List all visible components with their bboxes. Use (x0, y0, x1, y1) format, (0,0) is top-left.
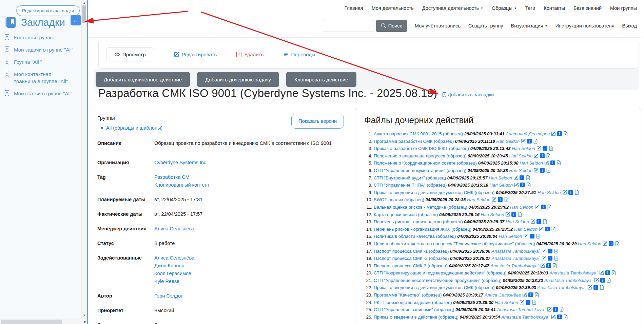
edit-icon[interactable] (521, 139, 526, 144)
file-author-link[interactable]: Hari Seldon (467, 197, 490, 202)
download-icon[interactable] (546, 153, 551, 158)
scroll-down-icon[interactable]: ▼ (82, 313, 87, 318)
file-link[interactable]: Положение о владельце процесса (образец) (374, 153, 466, 158)
edit-icon[interactable] (551, 131, 556, 136)
file-link[interactable]: СТП "Управление документацией" (образец) (374, 168, 466, 173)
file-link[interactable]: Приказ о разработке СМК ISO 9001 (образе… (374, 146, 469, 151)
file-link[interactable]: Программа "Качество" (образец) (374, 292, 442, 298)
file-author-link[interactable]: Anastasia Tambolskaya` (492, 256, 540, 261)
file-author-link[interactable]: Hari Seldon (496, 139, 520, 144)
file-link[interactable]: Программа разработки СМК (образец) (374, 139, 454, 144)
edit-icon[interactable] (540, 263, 545, 268)
download-icon[interactable] (554, 256, 559, 261)
file-link[interactable]: СТП "Управление записями" (образец) (374, 307, 454, 312)
edit-icon[interactable] (599, 270, 604, 275)
nav-link[interactable]: Инструкции пользователя (555, 23, 614, 28)
edit-icon[interactable] (547, 307, 552, 312)
edit-bookmarks-button[interactable]: Редактировать закладки (16, 5, 80, 16)
edit-icon[interactable] (587, 285, 592, 290)
info-icon[interactable] (536, 219, 541, 224)
file-link[interactable]: Перечень рисков - производство (образец) (374, 219, 463, 224)
edit-icon[interactable] (594, 278, 599, 283)
file-link[interactable]: Политика в области качества (образец) (374, 234, 456, 239)
info-icon[interactable] (593, 285, 598, 290)
scroll-right-icon[interactable]: ▶ (84, 319, 86, 324)
download-icon[interactable] (549, 146, 553, 151)
download-icon[interactable] (557, 160, 561, 165)
info-icon[interactable] (530, 234, 534, 239)
download-icon[interactable] (563, 131, 568, 136)
file-author-link[interactable]: Алиса Селезнёва (485, 292, 521, 298)
info-icon[interactable] (528, 292, 533, 297)
info-icon[interactable] (546, 263, 551, 268)
file-author-link[interactable]: Hari Seldon (489, 175, 512, 180)
field-value-link[interactable]: Коля Герасимов (154, 270, 194, 278)
bookmark-item[interactable]: Моя контактная транница в группе "All" (4, 71, 74, 85)
nav-link[interactable]: Образцы▼ (492, 5, 517, 11)
download-icon[interactable] (526, 175, 530, 180)
file-link[interactable]: Паспорт процесса СМК-3 (образец) (374, 263, 448, 268)
file-author-link[interactable]: Anastasia Tambolskaya` (549, 270, 598, 275)
scroll-up-icon[interactable]: ▲ (82, 1, 87, 5)
info-icon[interactable] (545, 227, 550, 231)
info-icon[interactable] (550, 160, 555, 165)
info-icon[interactable] (511, 212, 516, 217)
sidebar-collapse-button[interactable]: ← (71, 15, 81, 25)
edit-icon[interactable] (603, 241, 607, 246)
info-icon[interactable] (609, 241, 613, 246)
action-button[interactable]: Добавить подчинённое действие (96, 72, 190, 87)
tab-переводы[interactable]: Переводы (283, 52, 315, 57)
file-link[interactable]: СТП "Управление несоответствующей продук… (374, 278, 502, 283)
nav-link[interactable]: Моя деятельность (372, 5, 414, 11)
download-icon[interactable] (543, 219, 547, 224)
search-input[interactable] (323, 20, 374, 32)
nav-link[interactable]: Теги (525, 5, 535, 11)
field-value-link[interactable]: Клонированный контент (154, 181, 210, 189)
file-author-link[interactable]: Hari Seldon (510, 205, 533, 210)
edit-icon[interactable] (562, 190, 567, 195)
download-icon[interactable] (504, 197, 509, 202)
info-icon[interactable] (543, 146, 547, 151)
edit-icon[interactable] (522, 292, 527, 297)
scrollbar-thumb[interactable] (82, 5, 86, 23)
file-link[interactable]: Анкета опросник СМК 9001-2015.(образец) (374, 131, 463, 136)
field-value-link[interactable]: Kyle Reese (154, 278, 194, 285)
sidebar-vertical-scrollbar[interactable]: ▲ ▼ (81, 0, 87, 319)
tab-просмотр[interactable]: Просмотр (106, 47, 154, 61)
edit-icon[interactable] (542, 256, 546, 261)
info-icon[interactable] (605, 270, 610, 275)
file-author-link[interactable]: Hari Seldon (489, 183, 513, 188)
edit-icon[interactable] (513, 175, 518, 180)
file-link[interactable]: Перечень рисков - организация ЖКХ (образ… (374, 227, 471, 232)
edit-icon[interactable] (524, 234, 528, 239)
bookmark-item[interactable]: Мои статьи в группе "All" (4, 90, 74, 97)
info-icon[interactable] (526, 300, 530, 305)
action-button[interactable]: Клонировать действие (286, 72, 356, 87)
file-author-link[interactable]: Anastasia Tambolskaya` (492, 249, 540, 254)
info-icon[interactable] (557, 131, 562, 136)
scrollbar-thumb[interactable] (1, 320, 62, 324)
search-button[interactable]: Поиск (376, 20, 407, 32)
info-icon[interactable] (520, 183, 525, 187)
field-value-link[interactable]: Алиса Селезнёва (154, 225, 194, 233)
download-icon[interactable] (551, 227, 556, 231)
file-author-link[interactable]: Hari Seldon (578, 241, 601, 246)
field-value-link[interactable]: Алиса Селезнёва (154, 254, 194, 262)
info-icon[interactable] (527, 139, 532, 144)
download-icon[interactable] (611, 270, 616, 275)
file-author-link[interactable]: Hari Seldon (509, 168, 532, 173)
download-icon[interactable] (534, 292, 539, 297)
nav-link[interactable]: Доступная деятельность▼ (422, 5, 483, 11)
nav-link[interactable]: Мои группы (610, 5, 637, 11)
show-versions-button[interactable]: Показать версии (291, 114, 344, 129)
file-author-link[interactable]: Hari Seldon (512, 146, 535, 151)
file-link[interactable]: СТП "Управление ТНПА" (образец) (374, 183, 447, 188)
nav-link[interactable]: База знаний (573, 5, 602, 11)
download-icon[interactable] (526, 183, 531, 187)
bookmark-item[interactable]: Группа "All " (4, 58, 74, 65)
edit-icon[interactable] (542, 249, 546, 253)
file-author-link[interactable]: Anastasia Tambolskaya` (490, 263, 539, 268)
download-icon[interactable] (532, 300, 536, 305)
file-author-link[interactable]: Hari Seldon (506, 219, 529, 224)
file-link[interactable]: SWOT-анализ (образец) (374, 197, 424, 202)
